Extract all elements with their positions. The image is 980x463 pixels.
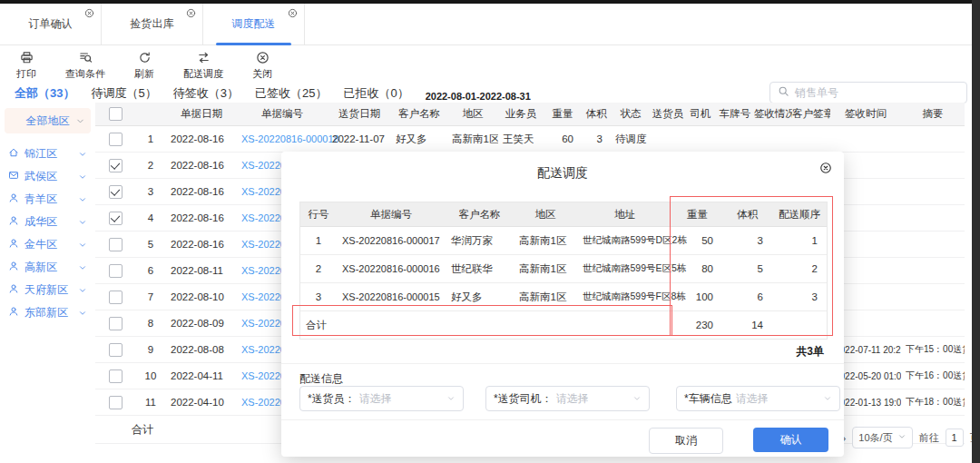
user-icon: [8, 215, 19, 229]
row-checkbox[interactable]: [109, 185, 122, 199]
row-checkbox[interactable]: [109, 291, 122, 304]
sidebar-item-武侯区[interactable]: 武侯区: [0, 165, 95, 188]
tab-label: 调度配送: [232, 16, 276, 32]
page-size-select[interactable]: 10条/页: [852, 427, 912, 448]
window-tab-1[interactable]: 订单确认: [0, 4, 102, 44]
sidebar-item-天府新区[interactable]: 天府新区: [0, 279, 95, 301]
table-cell: 5: [722, 263, 772, 274]
select-field[interactable]: *送货司机：请选择: [485, 386, 650, 411]
header-cell: 签收情况: [754, 107, 792, 121]
row-checkbox[interactable]: [109, 343, 122, 357]
table-cell: 6: [135, 265, 166, 276]
tab-close-icon[interactable]: [84, 8, 94, 18]
row-checkbox-cell: [95, 369, 135, 383]
tab-close-icon[interactable]: [288, 8, 298, 18]
select-field[interactable]: *送货员：请选择: [299, 386, 464, 411]
row-checkbox[interactable]: [109, 264, 122, 278]
table-cell: 50: [672, 235, 722, 246]
table-cell: 10: [135, 370, 166, 381]
row-checkbox[interactable]: [109, 369, 122, 383]
confirm-button[interactable]: 确认: [753, 428, 828, 452]
table-cell: 11: [135, 397, 166, 408]
table-cell: XS-20220816-000017: [337, 235, 446, 246]
window-tab-3[interactable]: 调度配送: [203, 4, 305, 44]
table-cell: 世纪联华: [446, 262, 514, 276]
region-filter-label: 全部地区: [26, 113, 70, 129]
header-cell: 行号: [300, 208, 337, 222]
toolbar-button[interactable]: 刷新: [131, 50, 158, 81]
row-checkbox[interactable]: [109, 133, 122, 146]
toolbar-button-label: 配送调度: [183, 67, 223, 81]
dispatch-detail-table: 行号单据编号客户名称地区地址重量体积配送顺序1XS-20220816-00001…: [299, 202, 828, 340]
table-cell: 7: [135, 291, 166, 302]
table-cell: 60: [544, 133, 582, 144]
toolbar-button-label: 打印: [16, 67, 36, 81]
table-cell: 待调度: [611, 133, 651, 146]
table-cell: 2022-08-08: [166, 344, 237, 355]
modal-close-icon[interactable]: [819, 162, 832, 174]
row-checkbox-cell: [95, 212, 135, 225]
header-cell: 地区: [514, 208, 577, 222]
row-checkbox-cell: [95, 159, 135, 172]
row-checkbox[interactable]: [109, 159, 122, 172]
header-cell: 状态: [611, 107, 651, 121]
sidebar-item-锦江区[interactable]: 锦江区: [0, 143, 95, 165]
sidebar-item-青羊区[interactable]: 青羊区: [0, 188, 95, 211]
table-cell: 6: [722, 291, 772, 302]
chevron-down-icon: [823, 394, 832, 403]
table-cell: 下午18：00送货: [901, 396, 965, 409]
table-cell: 14: [722, 320, 772, 330]
header-cell: 业务员: [498, 107, 544, 121]
sidebar-item-label: 锦江区: [24, 146, 73, 162]
toolbar-button[interactable]: 关闭: [249, 50, 276, 81]
search-icon: [778, 85, 789, 100]
chevron-down-icon: [78, 286, 87, 295]
row-checkbox[interactable]: [109, 317, 122, 330]
cancel-button[interactable]: 取消: [649, 428, 723, 454]
row-checkbox[interactable]: [109, 212, 122, 225]
sidebar-item-东部新区[interactable]: 东部新区: [0, 301, 95, 324]
tab-close-icon[interactable]: [186, 8, 196, 18]
table-cell: 1: [135, 133, 166, 144]
region-filter-dropdown[interactable]: 全部地区: [5, 108, 91, 133]
table-cell: 2: [135, 160, 166, 171]
table-cell: 1: [300, 235, 337, 246]
row-checkbox[interactable]: [109, 238, 122, 251]
modal-total-row: 合计23014: [300, 311, 827, 339]
select-field-label: *送货司机：: [494, 391, 553, 407]
sidebar-item-成华区[interactable]: 成华区: [0, 211, 95, 233]
chevron-down-icon: [78, 172, 87, 182]
row-checkbox-cell: [95, 317, 135, 330]
table-cell: 3: [772, 291, 827, 302]
close-circle-icon: [256, 50, 270, 64]
table-cell: 2022-08-16: [166, 212, 237, 223]
window-tab-2[interactable]: 捡货出库: [102, 4, 203, 44]
select-field-label: *送货员：: [308, 391, 356, 407]
toolbar-button[interactable]: 配送调度: [183, 50, 223, 81]
page-number-input[interactable]: [946, 429, 964, 447]
table-row: 12022-08-16XS-20220816-0000182022-11-07好…: [95, 126, 965, 153]
user-icon: [8, 238, 19, 251]
header-cell: 单据编号: [237, 107, 328, 121]
divider: [281, 363, 844, 364]
mail-icon: [8, 170, 19, 183]
toolbar-button[interactable]: 打印: [13, 50, 40, 81]
table-cell: 2022-08-16: [166, 186, 237, 197]
row-checkbox[interactable]: [109, 396, 122, 409]
doc-number-link[interactable]: XS-20220816-000018: [237, 133, 328, 144]
header-cell: 单据编号: [337, 208, 446, 222]
header-cell: 签收时间: [830, 107, 901, 121]
header-cell: 车牌号: [716, 107, 754, 121]
table-cell: XS-20220816-000016: [337, 263, 446, 274]
window-right-bar: [972, 0, 980, 463]
user-icon: [8, 192, 19, 206]
modal-title: 配送调度: [281, 152, 844, 182]
chevron-down-icon: [78, 150, 87, 159]
search-input[interactable]: 销售单号: [769, 82, 967, 103]
toolbar-button[interactable]: 查询条件: [65, 50, 105, 81]
select-field[interactable]: *车辆信息请选择: [676, 386, 840, 411]
sidebar-item-金牛区[interactable]: 金牛区: [0, 233, 95, 256]
sidebar-item-高新区[interactable]: 高新区: [0, 256, 95, 279]
select-all-checkbox[interactable]: [109, 107, 122, 121]
header-cell: 配送顺序: [772, 208, 827, 222]
